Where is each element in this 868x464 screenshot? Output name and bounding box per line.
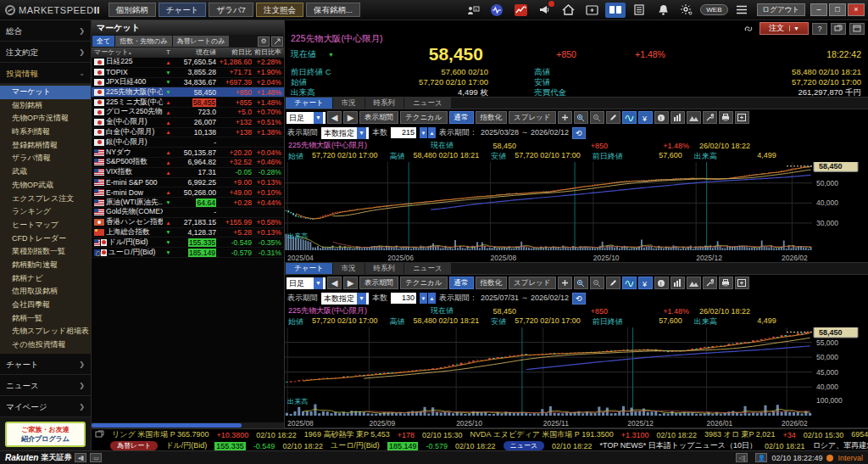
chart-tab-時系列[interactable]: 時系列 (365, 98, 404, 109)
count-input[interactable]: 215 (391, 127, 416, 138)
zoomin-icon[interactable] (574, 277, 588, 289)
wave-icon[interactable] (622, 111, 637, 124)
sidebar-item-個別銘柄[interactable]: 個別銘柄 (0, 99, 91, 113)
bars-icon[interactable] (670, 111, 685, 124)
ticker-segment[interactable]: *TOP NEWS* 日本語トップニュース（10日） (600, 440, 757, 450)
yen-icon[interactable]: ¥ (638, 277, 653, 289)
help-button[interactable]: ? (812, 23, 827, 35)
bell-icon[interactable] (653, 3, 673, 18)
timeframe-select[interactable]: 日足▼ (287, 112, 326, 124)
table-row[interactable]: ユーロ/円(Bid)▼185.149-0.579-0.31% (92, 248, 284, 258)
count-stepper[interactable]: ▼▲ (420, 127, 436, 138)
popup-window-icon[interactable] (95, 430, 104, 439)
restore-button[interactable]: □ (829, 3, 846, 16)
mode-button-指数化[interactable]: 指数化 (476, 277, 508, 289)
table-row[interactable]: 金(中心限月)▲26,007+132+0.51% (92, 118, 284, 128)
column-header-5[interactable]: 前日比率 (252, 48, 283, 58)
sidebar-item-先物OP市況情報[interactable]: 先物OP市況情報 (0, 112, 91, 126)
mode-button-スプレッド[interactable]: スプレッド (509, 277, 556, 289)
info-icon[interactable]: i (654, 277, 669, 289)
close-button[interactable]: × (848, 3, 865, 16)
chart-red-icon[interactable] (510, 3, 531, 18)
dual-display-icon[interactable] (605, 3, 626, 18)
prev-button[interactable]: ◀ (327, 277, 342, 289)
table-row[interactable]: 日経225▲57,650.54+1,286.60+2.28% (92, 58, 284, 68)
wave-icon[interactable] (622, 277, 637, 289)
chart-tab-チャート[interactable]: チャート (286, 263, 332, 274)
sidebar-item-CFDトレーダー[interactable]: CFDトレーダー (0, 232, 91, 246)
stepper-down-icon[interactable]: ▼ (420, 293, 427, 304)
add-window-icon[interactable] (581, 3, 602, 18)
sidebar-item-先物スプレッド相場表[interactable]: 先物スプレッド相場表 (0, 325, 91, 338)
next-button[interactable]: ▶ (343, 277, 358, 289)
sidebar-item-銘柄動向速報[interactable]: 銘柄動向速報 (0, 259, 91, 272)
wrench-icon[interactable] (703, 277, 717, 289)
home-icon[interactable] (558, 3, 578, 18)
top-nav-5[interactable]: 保有銘柄... (306, 3, 360, 17)
sidebar-item-時系列情報[interactable]: 時系列情報 (0, 126, 91, 139)
sidebar-item-業種別指数一覧[interactable]: 業種別指数一覧 (0, 245, 91, 259)
sidebar-section-マイページ[interactable]: マイページ❯ (0, 396, 91, 417)
table-row[interactable]: S&P500指数▲6,964.82+32.52+0.46% (92, 158, 284, 168)
market-tab-3[interactable]: 為替レートのみ (173, 36, 230, 47)
table-row[interactable]: NYダウ▲50,135.87+20.20+0.04% (92, 148, 284, 158)
ticker-segment[interactable]: ロシア、軍再建急ぐ 欧州の再軍備遅らせる狙い=エストニア分析 (813, 440, 868, 450)
chart-tab-チャート[interactable]: チャート (286, 98, 332, 109)
count-stepper[interactable]: ▼▲ (420, 293, 436, 304)
web-button[interactable]: WEB (700, 4, 727, 15)
user-icon[interactable]: 👤 (755, 453, 767, 462)
chart-tab-市況[interactable]: 市況 (333, 263, 364, 274)
market-tab-1[interactable]: 全て (92, 36, 114, 47)
table-row[interactable]: 225ミニ大阪(中心...▲58,455+855+1.48% (92, 98, 284, 108)
table-row[interactable]: ドル/円(Bid)▼155.335-0.549-0.35% (92, 238, 284, 248)
sidebar-item-会社四季報[interactable]: 会社四季報 (0, 299, 91, 312)
table-row[interactable]: E-mini S&P 5006,992.25+9.00+0.13% (92, 178, 284, 188)
info-icon[interactable]: i (654, 111, 669, 124)
count-input[interactable]: 130 (391, 293, 416, 304)
table-row[interactable]: 香港ハンセン指数▲27,183.15+155.99+0.58% (92, 218, 284, 228)
sidebar-section-投資情報[interactable]: 投資情報⌄ (0, 63, 91, 84)
printer-icon[interactable] (719, 277, 733, 289)
table-row[interactable]: E-mini Dow▲50,268.00+49.00+0.10% (92, 187, 284, 198)
document-icon[interactable] (629, 3, 649, 18)
sidebar-section-総合[interactable]: 総合❯ (0, 20, 91, 42)
period-button[interactable]: 表示期間 (359, 111, 398, 124)
sidebar-item-信用取扱銘柄[interactable]: 信用取扱銘柄 (0, 285, 91, 299)
logout-button[interactable]: ログアウト (757, 3, 806, 16)
table-row[interactable]: TOPIX▼3,855.28+71.71+1.90% (92, 68, 284, 78)
sidebar-item-銘柄ナビ[interactable]: 銘柄ナビ (0, 272, 91, 286)
bars-icon[interactable] (670, 277, 685, 289)
sidebar-item-武蔵[interactable]: 武蔵 (0, 165, 91, 179)
sidebar-item-マーケット[interactable]: マーケット (0, 86, 91, 99)
mode-button-通常[interactable]: 通常 (449, 277, 474, 289)
dock-icon[interactable]: ◂▮ (75, 453, 86, 462)
table-row[interactable]: 原油(WTI原油先...▼64.64+0.28+0.44% (92, 198, 284, 208)
table-row[interactable]: 銀(中心限月)- (92, 137, 284, 148)
mode-button-スプレッド[interactable]: スプレッド (509, 111, 556, 124)
presenter-icon[interactable] (463, 3, 483, 18)
reset-icon[interactable]: ⟲ (572, 293, 586, 305)
megaphone-icon[interactable] (534, 3, 554, 18)
sidebar-item-銘柄一覧[interactable]: 銘柄一覧 (0, 312, 91, 326)
window-button[interactable] (849, 23, 865, 35)
period-button[interactable]: 表示期間 (359, 277, 398, 289)
sidebar-section-ニュース[interactable]: ニュース❯ (0, 375, 91, 396)
yen-icon[interactable]: ¥ (638, 111, 653, 124)
sidebar-item-その他投資情報[interactable]: その他投資情報 (0, 338, 91, 352)
prev-button[interactable]: ◀ (327, 111, 342, 124)
printer-icon[interactable] (719, 111, 733, 124)
mountain-icon[interactable] (687, 111, 701, 124)
table-row[interactable]: グロース250先物(...▲723.0+5.0+0.70% (92, 108, 284, 118)
reset-icon[interactable]: ⟲ (572, 127, 586, 139)
top-nav-4[interactable]: 注文照会 (256, 3, 303, 17)
menu-icon[interactable] (732, 3, 752, 18)
zoomout-icon[interactable] (590, 111, 604, 124)
top-nav-2[interactable]: チャート (159, 3, 207, 17)
chart-tab-ニュース[interactable]: ニュース (404, 98, 451, 109)
market-tab-2[interactable]: 指数・先物のみ (115, 36, 171, 47)
column-header-3[interactable]: 現在値 (174, 48, 216, 58)
sidebar-section-チャート[interactable]: チャート❯ (0, 354, 91, 375)
popout-button[interactable] (831, 23, 846, 35)
table-row[interactable]: 上海総合指数▼4,128.37+5.28+0.13% (92, 228, 284, 238)
order-dropdown-arrow[interactable]: ▼ (789, 25, 799, 31)
